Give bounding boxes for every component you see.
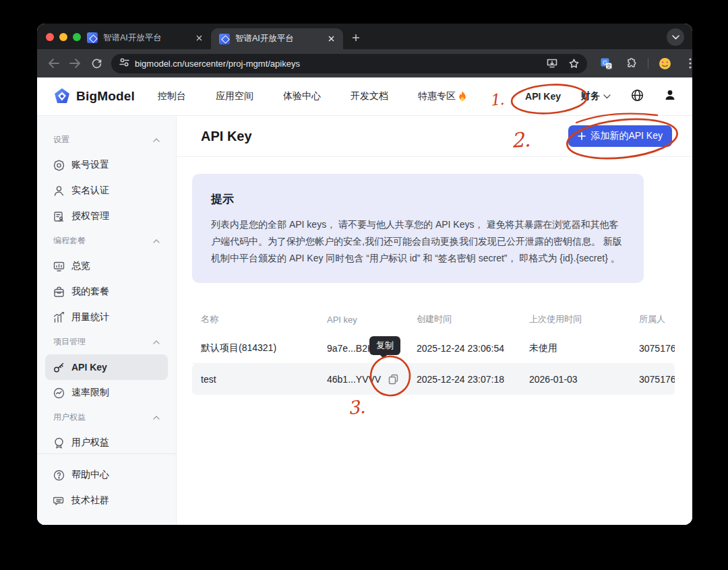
chevron-down-icon [603, 94, 611, 99]
window-controls [46, 33, 81, 41]
sidebar-item-my-plan[interactable]: 我的套餐 [45, 279, 168, 305]
nav-item-console[interactable]: 控制台 [158, 90, 186, 102]
toolbar-divider [648, 58, 648, 69]
key-icon [53, 362, 65, 373]
fire-icon [458, 91, 467, 102]
address-bar[interactable]: bigmodel.cn/usercenter/proj-mgmt/apikeys [111, 54, 587, 73]
sidebar-bottom: 帮助中心 技术社群 [37, 453, 176, 525]
item-label: 用户权益 [71, 437, 109, 449]
install-app-icon[interactable] [544, 55, 560, 71]
chevron-up-icon [153, 340, 160, 344]
cell-owner: 30751766 [639, 343, 675, 354]
nav-item-experience-center[interactable]: 体验中心 [283, 90, 321, 102]
sidebar-item-overview[interactable]: 总览 [45, 253, 168, 279]
item-label: 总览 [71, 260, 90, 272]
zoom-window-button[interactable] [73, 33, 81, 41]
copy-icon[interactable] [387, 373, 399, 385]
item-label: API Key [71, 362, 107, 373]
url-text[interactable]: bigmodel.cn/usercenter/proj-mgmt/apikeys [135, 59, 539, 69]
sidebar-item-rate-limit[interactable]: 速率限制 [45, 380, 168, 406]
bookmark-star-icon[interactable] [566, 55, 582, 71]
question-circle-icon [53, 470, 65, 481]
minimize-window-button[interactable] [59, 33, 67, 41]
item-label: 实名认证 [71, 185, 109, 197]
add-button-label: 添加新的API Key [590, 130, 663, 142]
group-label: 设置 [53, 134, 69, 146]
nav-item-dev-docs[interactable]: 开发文档 [351, 90, 388, 102]
item-label: 授权管理 [71, 210, 109, 222]
nav-item-promo-zone[interactable]: 特惠专区 [418, 90, 467, 102]
table-header-row: 名称 API key 创建时间 上次使用时间 所属人 [192, 306, 675, 333]
sidebar-item-api-key[interactable]: API Key [45, 354, 168, 380]
chevron-up-icon [153, 138, 160, 142]
back-icon[interactable] [44, 54, 63, 73]
col-header-owner: 所属人 [639, 313, 675, 325]
browser-window: 智谱AI开放平台 智谱AI开放平台 [37, 24, 692, 525]
cell-last-used: 未使用 [529, 342, 639, 354]
tab-strip: 智谱AI开放平台 智谱AI开放平台 [37, 24, 692, 49]
profile-avatar[interactable] [655, 54, 674, 73]
chrome-menu-icon[interactable] [681, 54, 692, 73]
col-header-name: 名称 [201, 313, 327, 325]
sidebar-item-user-benefits[interactable]: 用户权益 [45, 430, 168, 453]
chat-bubbles-icon [53, 495, 65, 507]
dashboard-icon [53, 261, 65, 272]
account-settings-icon [53, 160, 65, 171]
sidebar-item-usage-stats[interactable]: 用量统计 [45, 305, 168, 330]
item-label: 速率限制 [71, 387, 109, 399]
reload-icon[interactable] [87, 54, 106, 73]
bigmodel-page: BigModel 控制台 应用空间 体验中心 开发文档 特惠专区 API Key… [37, 77, 692, 525]
translate-icon[interactable]: G 文 [597, 54, 615, 73]
table-row[interactable]: test 46b1...YVVV 2025-12-24 23:07:18 [192, 364, 675, 395]
cell-api-key: 46b1...YVVV [327, 373, 417, 385]
cell-owner: 30751766 [639, 374, 675, 385]
main-content: API Key 添加新的API Key 提示 列表内是您的全部 API keys… [177, 116, 692, 525]
nav-item-api-key[interactable]: API Key [525, 91, 561, 102]
add-api-key-button[interactable]: 添加新的API Key [568, 125, 672, 147]
tab-close-icon[interactable] [193, 32, 204, 43]
table-row[interactable]: 默认项目(814321) 9a7e...B2H 2025-12-24 23:06… [192, 333, 675, 364]
sidebar-group-project-management[interactable]: 项目管理 [45, 330, 168, 354]
sidebar-group-settings[interactable]: 设置 [45, 128, 168, 152]
sidebar-item-real-name-verification[interactable]: 实名认证 [45, 178, 168, 203]
forward-icon[interactable] [65, 54, 84, 73]
plus-icon [578, 132, 586, 140]
close-window-button[interactable] [46, 33, 54, 41]
col-header-api-key: API key [327, 315, 417, 325]
bigmodel-logo[interactable]: BigModel [53, 88, 135, 105]
promo-label: 特惠专区 [418, 90, 456, 102]
nav-item-finance[interactable]: 财务 [581, 90, 611, 102]
document-person-icon [53, 211, 65, 222]
site-favicon [219, 34, 230, 44]
new-tab-button[interactable] [347, 29, 365, 46]
site-favicon [87, 32, 98, 43]
bar-chart-icon [53, 312, 65, 323]
nav-item-app-space[interactable]: 应用空间 [216, 90, 253, 102]
language-globe-icon[interactable] [631, 89, 644, 104]
cell-created: 2025-12-24 23:07:18 [417, 374, 529, 385]
notice-box: 提示 列表内是您的全部 API keys， 请不要与他人共享您的 API Key… [192, 174, 644, 283]
gauge-icon [53, 387, 65, 399]
extensions-icon[interactable] [622, 54, 641, 73]
account-icon[interactable] [664, 89, 676, 104]
sidebar-item-help-center[interactable]: 帮助中心 [45, 462, 168, 488]
api-key-text: 46b1...YVVV [327, 374, 381, 385]
item-label: 我的套餐 [71, 286, 109, 298]
sidebar-group-coding-plan[interactable]: 编程套餐 [45, 229, 168, 253]
tab-title: 智谱AI开放平台 [235, 33, 320, 44]
item-label: 帮助中心 [71, 469, 109, 481]
tab-close-icon[interactable] [326, 34, 336, 44]
sidebar-scroll-area[interactable]: 设置 账号设置 实名认证 [37, 116, 176, 453]
browser-tab-1[interactable]: 智谱AI开放平台 [79, 26, 211, 49]
col-header-last-used: 上次使用时间 [529, 313, 639, 325]
sidebar-item-tech-community[interactable]: 技术社群 [45, 488, 168, 513]
chevron-up-icon [153, 239, 160, 243]
tab-search-button[interactable] [667, 28, 684, 46]
sidebar-item-account-settings[interactable]: 账号设置 [45, 152, 168, 178]
sidebar-group-user-benefits[interactable]: 用户权益 [45, 406, 168, 430]
browser-tab-2-active[interactable]: 智谱AI开放平台 [211, 28, 343, 49]
site-info-icon[interactable] [119, 57, 129, 70]
cell-name: test [201, 374, 327, 385]
cell-name: 默认项目(814321) [201, 342, 327, 354]
sidebar-item-authorization-management[interactable]: 授权管理 [45, 203, 168, 229]
